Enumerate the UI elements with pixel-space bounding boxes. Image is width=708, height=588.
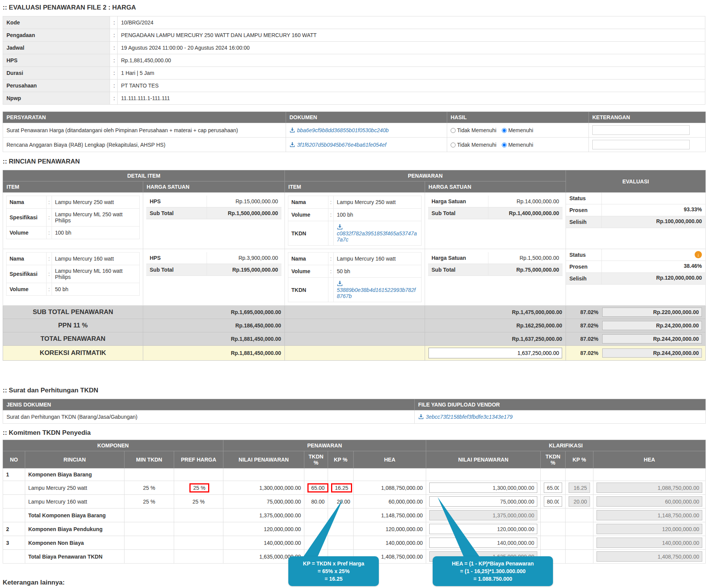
komitmen-row: Total Komponen Biaya Barang 1,375,000,00… — [3, 509, 706, 522]
klarifikasi-nilai-readonly — [429, 510, 537, 520]
hea: 120,000,000.00 — [354, 522, 426, 536]
subtotal-value: Rp.1,400,000,000.00 — [488, 207, 563, 219]
klarifikasi-nilai-input[interactable] — [429, 483, 537, 493]
summary-selisih: Rp.220,000,000.00 — [602, 308, 702, 317]
item-volume: 100 bh — [334, 209, 422, 221]
hea: 1,088,750,000.00 — [354, 481, 426, 495]
summary-prosen: 87.02% — [569, 322, 602, 329]
item-nama: Lampu Mercury 160 watt — [334, 253, 422, 265]
koreksi-aritmatik-input[interactable] — [428, 348, 562, 358]
hea: 140,000,000.00 — [354, 536, 426, 550]
col-header-persyaratan: PERSYARATAN — [3, 112, 286, 123]
radio-tidak-memenuhi[interactable]: Tidak Memenuhi — [451, 142, 496, 148]
summary-penawaran-value: Rp.1,475,000,000.00 — [425, 306, 566, 319]
col-header-dokumen: DOKUMEN — [286, 112, 447, 123]
info-value: 11.111.111.1-111.111 — [118, 92, 705, 105]
document-link[interactable]: bba6e9cf9b8dd36855b01f0530bc240b — [289, 127, 389, 133]
summary-prosen: 87.02% — [569, 336, 602, 342]
min-tkdn: 25 % — [124, 481, 174, 495]
jenis-dokumen: Surat dan Perhitungan TKDN (Barang/Jasa/… — [3, 410, 415, 424]
download-icon — [418, 414, 424, 420]
penawaran-item-box: Nama:Lampu Mercury 160 watt Volume:50 bh… — [288, 252, 422, 302]
klarifikasi-nilai-input[interactable] — [429, 538, 537, 548]
detail-item-box: Nama:Lampu Mercury 160 watt Spesifikasi:… — [6, 252, 140, 296]
klarifikasi-hea-readonly — [596, 483, 702, 493]
item-volume: 50 bh — [52, 283, 140, 296]
klarifikasi-tkdn-input[interactable] — [544, 496, 562, 507]
callout-kp-formula: KP = TKDN x Pref Harga = 65% x 25% = 16.… — [288, 556, 379, 586]
red-highlight-box: 16.25 — [331, 483, 352, 492]
summary-selisih: Rp.244,200,000.00 — [602, 334, 702, 343]
info-row-perusahaan: Perusahaan:PT TANTO TES — [3, 79, 705, 92]
rincian-table: DETAIL ITEM PENAWARAN EVALUASI ITEM HARG… — [3, 170, 706, 361]
info-label: Jadwal — [3, 42, 110, 54]
info-value: 10/BRG/2024 — [118, 16, 705, 29]
vendor-file-link[interactable]: 3ebcc73f2158bfef3fbdfe3c1343e179 — [418, 414, 512, 420]
hps-value: Rp.3,900,000.00 — [207, 252, 281, 264]
col-header-hea: HEA — [354, 451, 426, 468]
komitmen-table: KOMPONEN PENAWARAN KLARIFIKASI NO RINCIA… — [3, 440, 706, 564]
keterangan-input[interactable] — [592, 125, 690, 135]
harga-satuan-value: Rp.1,500,000.00 — [488, 252, 563, 264]
summary-detail-value: Rp.186,450,000.00 — [143, 319, 285, 332]
col-header-tkdn-pct: TKDN % — [304, 451, 328, 468]
summary-penawaran-value: Rp.1,637,250,000.00 — [425, 332, 566, 346]
download-icon — [289, 127, 295, 133]
radio-memenuhi[interactable]: Memenuhi — [502, 142, 533, 148]
klarifikasi-kp-readonly — [569, 496, 590, 507]
klarifikasi-nilai-input[interactable] — [429, 524, 537, 534]
subtotal-value: Rp.195,000,000.00 — [207, 264, 281, 275]
harga-satuan-value: Rp.14,000,000.00 — [488, 196, 563, 207]
hea: 1,148,750,000.00 — [354, 509, 426, 522]
arrow-circle-down-icon: ↓ — [695, 251, 702, 258]
hps-value: Rp.15,000,000.00 — [207, 196, 281, 207]
group-header-komponen: KOMPONEN — [3, 440, 223, 451]
radio-memenuhi[interactable]: Memenuhi — [502, 127, 533, 133]
info-row-hps: HPS:Rp.1,881,450,000.00 — [3, 54, 705, 67]
col-header-keterangan: KETERANGAN — [589, 112, 706, 123]
red-highlight-box: 65.00 — [307, 483, 328, 492]
komitmen-row: 2 Komponen Biaya Pendukung 120,000,000.0… — [3, 522, 706, 536]
col-header-pref-harga: PREF HARGA — [174, 451, 223, 468]
subtotal-value: Rp.75,000,000.00 — [488, 264, 563, 275]
rincian-name: Komponen Biaya Barang — [25, 468, 124, 481]
col-header-harga-satuan: HARGA SATUAN — [143, 181, 285, 193]
kp-pct: 16.25 — [328, 481, 354, 495]
selisih-value: Rp.120,000,000.00 — [602, 273, 705, 284]
rincian-name: Total Biaya Penawaran TKDN — [25, 550, 124, 564]
klarifikasi-hea-readonly — [596, 524, 702, 534]
download-icon — [289, 142, 295, 147]
col-header-jenis-dokumen: JENIS DOKUMEN — [3, 399, 415, 410]
radio-tidak-memenuhi[interactable]: Tidak Memenuhi — [451, 127, 496, 133]
tkdn-file-link[interactable]: c0832f782a3951853f465a53747a7a7c — [337, 224, 417, 243]
keterangan-input[interactable] — [592, 140, 690, 149]
group-header-klarifikasi: KLARIFIKASI — [426, 440, 706, 451]
info-value: 1 Hari | 5 Jam — [118, 67, 705, 79]
info-row-pengadaan: Pengadaan:PENGADAAN LAMPU MERCURY 250 WA… — [3, 29, 705, 42]
rincian-name: Lampu Mercury 160 watt — [25, 495, 124, 509]
tkdn-file-link[interactable]: 53889b0e38b4d161522993b782f8767b — [337, 281, 415, 299]
info-separator: : — [110, 54, 118, 67]
komitmen-row: 1 Komponen Biaya Barang — [3, 468, 706, 481]
summary-detail-value: Rp.1,881,450,000.00 — [143, 332, 285, 346]
item-volume: 100 bh — [52, 227, 140, 239]
selisih-value: Rp.100,000,000.00 — [602, 216, 705, 228]
summary-row-ppn: PPN 11 % Rp.186,450,000.00 Rp.162,250,00… — [3, 319, 706, 332]
klarifikasi-tkdn-input[interactable] — [544, 483, 562, 493]
col-header-nilai-penawaran: NILAI PENAWARAN — [223, 451, 304, 468]
hea: 60,000,000.00 — [354, 495, 426, 509]
komitmen-row: 3 Komponen Non Biaya 140,000,000.00 140,… — [3, 536, 706, 550]
info-row-npwp: Npwp:11.111.111.1-111.111 — [3, 92, 705, 105]
klarifikasi-hea-readonly — [596, 538, 702, 548]
summary-row-koreksi: KOREKSI ARITMATIK Rp.1,881,450,000.00 87… — [3, 346, 706, 361]
rincian-item-row: Nama:Lampu Mercury 250 watt Spesifikasi:… — [3, 193, 706, 249]
info-row-durasi: Durasi:1 Hari | 5 Jam — [3, 67, 705, 79]
group-header-penawaran: PENAWARAN — [285, 170, 566, 181]
document-link[interactable]: 3f1f6207d5b0945b676e4ba61fe054ef — [289, 142, 386, 148]
rincian-name: Total Komponen Biaya Barang — [25, 509, 124, 522]
komitmen-row: Lampu Mercury 160 watt 25 % 25 % 75,000,… — [3, 495, 706, 509]
col-header-nilai-penawaran-klarifikasi: NILAI PENAWARAN — [426, 451, 541, 468]
summary-selisih: Rp.24,200,000.00 — [602, 321, 702, 330]
info-label: Pengadaan — [3, 29, 110, 42]
klarifikasi-nilai-input[interactable] — [429, 496, 537, 507]
